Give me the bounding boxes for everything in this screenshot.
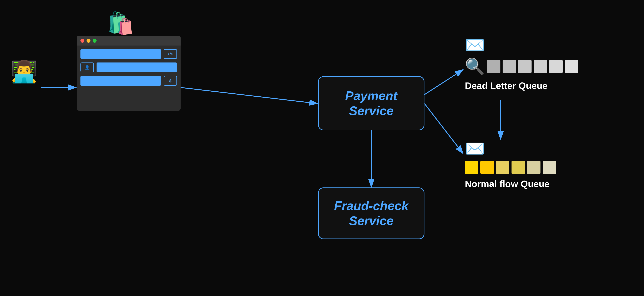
person-icon: 👤: [85, 65, 90, 70]
payment-service-box: Payment Service: [318, 76, 424, 130]
dlq-boxes: 🔍: [465, 57, 578, 76]
magnifier-icon: 🔍: [465, 57, 485, 76]
browser-icon-code: </>: [164, 49, 177, 59]
browser-icon-dollar: $: [164, 76, 177, 86]
dollar-icon: $: [169, 79, 171, 83]
developer-section: 👨‍💻: [11, 61, 38, 82]
dot-yellow: [86, 39, 90, 43]
browser-bar-3: [80, 76, 161, 86]
shopping-bag-emoji: 🛍️: [107, 11, 134, 36]
arrow-payment-to-dlq: [424, 70, 463, 95]
fraud-service-label: Fraud-check Service: [334, 198, 408, 228]
nfq-box-1: [465, 161, 478, 174]
nfq-label: Normal flow Queue: [465, 178, 550, 189]
browser-bar-2: [96, 62, 177, 72]
dlq-box-5: [549, 60, 563, 73]
dlq-box-2: [502, 60, 516, 73]
browser-icon-person: 👤: [80, 62, 94, 72]
dlq-envelope: ✉️: [465, 36, 485, 54]
nfq-boxes: [465, 161, 556, 174]
browser-window: </> 👤 $: [77, 36, 180, 111]
nfq-envelope: ✉️: [465, 139, 485, 158]
dot-green: [92, 39, 96, 43]
nfq-box-2: [480, 161, 494, 174]
developer-emoji: 👨‍💻: [11, 61, 38, 82]
dlq-box-4: [534, 60, 547, 73]
dlq-label: Dead Letter Queue: [465, 80, 548, 91]
payment-service-label: Payment Service: [345, 88, 398, 118]
browser-content: </> 👤 $: [77, 45, 180, 89]
browser-row-1: </>: [80, 49, 177, 59]
browser-row-2: 👤: [80, 62, 177, 72]
browser-row-3: $: [80, 76, 177, 86]
arrow-browser-to-payment: [180, 88, 317, 104]
nfq-box-5: [527, 161, 540, 174]
dlq-section: ✉️ 🔍 Dead Letter Queue: [465, 36, 578, 91]
nfq-box-6: [543, 161, 556, 174]
nfq-box-3: [496, 161, 509, 174]
arrow-payment-to-nfq: [424, 104, 463, 153]
dlq-box-1: [487, 60, 500, 73]
dlq-box-3: [518, 60, 532, 73]
browser-titlebar: [77, 36, 180, 45]
code-icon: </>: [168, 52, 173, 56]
nfq-box-4: [512, 161, 525, 174]
nfq-section: ✉️ Normal flow Queue: [465, 139, 556, 189]
dlq-box-6: [565, 60, 578, 73]
dot-red: [80, 39, 84, 43]
diagram-container: 🛍️ 👨‍💻 </> 👤: [0, 0, 644, 296]
fraud-service-box: Fraud-check Service: [318, 187, 424, 239]
browser-bar-1: [80, 49, 161, 59]
